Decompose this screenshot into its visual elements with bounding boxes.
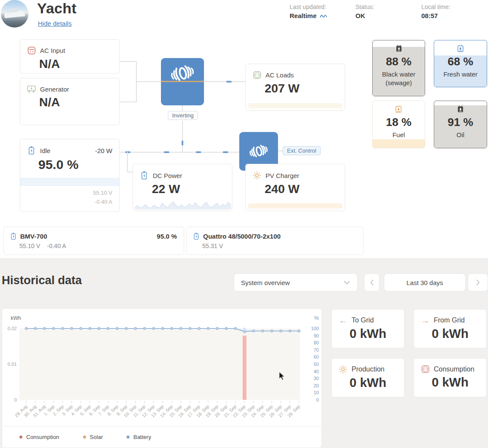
pv-charger-sparkline (248, 203, 342, 209)
page-title: Yacht (37, 0, 77, 17)
pv-charger-label: PV Charger (266, 172, 299, 179)
flow-dash (226, 81, 232, 83)
battery-card: Idle -20 W 95.0 % 55.10 V -0.40 A (20, 139, 120, 212)
status: Status: OK (355, 3, 374, 19)
consumption-card: Consumption 0 kWh (414, 358, 487, 397)
device-row-bmv[interactable]: BMV-700 95.0 % 55.10 V -0.40 A (3, 227, 184, 255)
inverter-state-badge: Inverting (168, 111, 198, 120)
connector (136, 81, 161, 82)
svg-text:0: 0 (316, 397, 319, 402)
hide-details-link[interactable]: Hide details (38, 20, 71, 27)
outlet-icon (253, 71, 261, 79)
legend-item-battery[interactable]: Battery (127, 434, 151, 440)
historical-title: Historical data (2, 274, 82, 287)
connector (127, 172, 133, 172)
legend-dot (83, 436, 86, 439)
history-chart[interactable]: 00.010.020102030405060708090100kWh%29. A… (2, 309, 322, 426)
generator-card: Generator N/A (20, 78, 120, 125)
connector (182, 105, 183, 111)
date-range-button[interactable]: Last 30 days (384, 273, 466, 292)
legend-label: Battery (133, 434, 151, 440)
arrow-right-icon: → (421, 316, 429, 325)
device-name: Quattro 48/5000/70-2x100 (203, 233, 281, 240)
tank-fuel: 18 % Fuel (372, 101, 425, 148)
local-time-value: 08:57 (421, 12, 451, 19)
legend-item-solar[interactable]: Solar (83, 434, 103, 440)
ac-loads-card: AC Loads 207 W (245, 64, 345, 111)
tank-icon (394, 105, 403, 114)
vrm-dashboard: Yacht Hide details Last updated: Realtim… (0, 0, 488, 448)
connector (127, 152, 128, 172)
device-soc: 95.0 % (157, 233, 177, 240)
generator-icon (27, 85, 36, 93)
installation-avatar[interactable] (1, 0, 28, 28)
battery-icon (140, 171, 148, 180)
flow-dash (164, 151, 169, 153)
tank-value: 88 % (386, 55, 411, 68)
tank-value: 68 % (448, 55, 473, 68)
flow-dash (196, 151, 201, 153)
svg-text:kWh: kWh (11, 315, 21, 321)
battery-current: -0.40 A (93, 197, 112, 206)
svg-text:0.01: 0.01 (8, 362, 17, 367)
last-updated: Last updated: Realtime (290, 3, 328, 19)
next-period-button[interactable] (468, 273, 488, 292)
svg-text:10: 10 (314, 390, 319, 395)
widget-select-dropdown[interactable]: System overview (234, 273, 358, 292)
device-row-quattro[interactable]: Quattro 48/5000/70-2x100 55.31 V (186, 227, 364, 255)
last-updated-label: Last updated: (290, 3, 328, 10)
status-value: OK (355, 12, 374, 19)
generator-label: Generator (40, 86, 69, 93)
sun-icon (339, 365, 347, 374)
battery-soc-strip (20, 178, 119, 186)
connector (120, 152, 239, 153)
history-chart-card: 00.010.020102030405060708090100kWh%29. A… (2, 308, 322, 448)
svg-text:90: 90 (314, 333, 319, 338)
prev-period-button[interactable] (364, 273, 380, 292)
connector (120, 61, 137, 62)
realtime-wave-icon (319, 13, 328, 18)
outlet-icon (421, 365, 429, 373)
connector (120, 101, 137, 102)
production-value: 0 kWh (332, 376, 404, 390)
inverter-device[interactable] (161, 58, 204, 105)
tank-icon (456, 44, 465, 53)
mppt-state-badge: Ext. Control (283, 146, 321, 155)
sun-icon (253, 171, 261, 180)
local-time: Local time: 08:57 (421, 3, 451, 19)
from-grid-value: 0 kWh (414, 327, 486, 341)
legend-label: Solar (90, 434, 103, 440)
svg-text:40: 40 (314, 369, 319, 374)
widget-select-value: System overview (241, 279, 290, 286)
tank-value: 18 % (386, 116, 411, 129)
from-grid-card: → From Grid 0 kWh (414, 309, 487, 348)
legend-item-consumption[interactable]: Consumption (19, 434, 59, 440)
legend-dot (19, 436, 22, 439)
mouse-cursor (279, 371, 285, 380)
svg-text:20: 20 (314, 383, 319, 388)
device-current: -0.40 A (47, 242, 66, 249)
chevron-right-icon (476, 279, 480, 286)
svg-text:50: 50 (314, 362, 319, 367)
ac-loads-value: 207 W (246, 79, 345, 95)
dc-power-value: 22 W (133, 180, 232, 196)
status-label: Status: (355, 3, 374, 10)
tank-oil: 91 % Oil (434, 101, 487, 148)
tank-label: Black water (382, 71, 416, 78)
svg-text:0: 0 (14, 397, 17, 402)
ac-input-card: AC Input N/A (20, 39, 120, 74)
svg-text:70: 70 (314, 347, 319, 353)
shore-power-icon (27, 46, 36, 55)
tank-fresh-water: 68 % Fresh water (434, 40, 487, 87)
flow-dash (223, 151, 228, 153)
to-grid-card: ← To Grid 0 kWh (331, 309, 405, 348)
arrow-left-icon: ← (339, 316, 347, 325)
from-grid-label: From Grid (434, 316, 465, 324)
dc-power-label: DC Power (153, 172, 182, 179)
svg-text:60: 60 (314, 354, 319, 359)
consumption-label: Consumption (434, 365, 474, 373)
flow-dash (182, 141, 183, 145)
legend-dot (127, 436, 130, 439)
battery-power: -20 W (95, 147, 112, 154)
consumption-value: 0 kWh (414, 375, 486, 390)
